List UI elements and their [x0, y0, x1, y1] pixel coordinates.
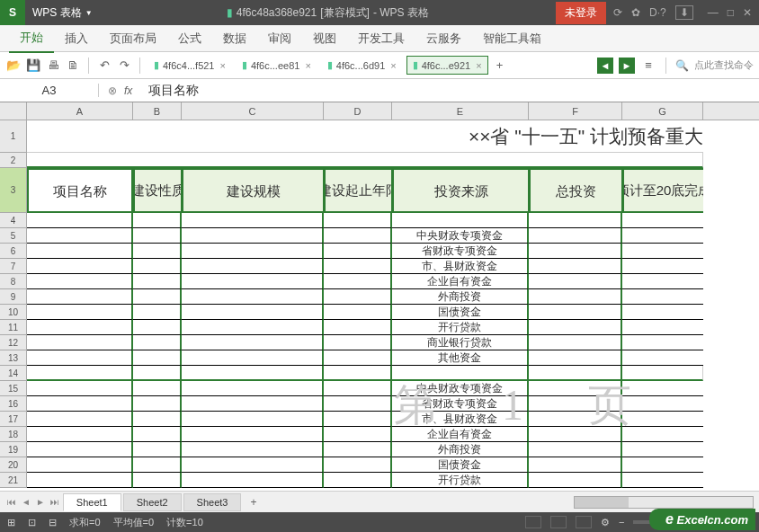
cell[interactable]: 市、县财政资金 [392, 412, 529, 427]
window-close-button[interactable]: ✕ [743, 6, 752, 19]
cell[interactable] [622, 427, 703, 442]
view-normal-button[interactable] [525, 516, 541, 528]
cell[interactable] [529, 289, 622, 305]
row-header[interactable]: 13 [0, 350, 27, 366]
cell[interactable] [133, 412, 182, 427]
cell[interactable] [27, 473, 133, 488]
cell[interactable] [133, 335, 182, 350]
cell[interactable] [182, 350, 324, 366]
cell[interactable] [324, 305, 392, 320]
cell[interactable] [622, 259, 703, 274]
cell[interactable] [622, 457, 703, 473]
cell[interactable] [27, 320, 133, 335]
col-header-A[interactable]: A [27, 102, 133, 120]
menu-data[interactable]: 数据 [212, 25, 257, 52]
formula-cancel-icon[interactable]: ⊗ [108, 84, 117, 97]
cell[interactable]: 企业自有资金 [392, 427, 529, 442]
cell[interactable] [324, 381, 392, 396]
row-header[interactable]: 15 [0, 381, 27, 396]
cell[interactable] [622, 274, 703, 289]
cell[interactable] [133, 320, 182, 335]
row-header[interactable]: 20 [0, 457, 27, 473]
horizontal-scrollbar[interactable] [574, 496, 754, 509]
search-input[interactable]: 点此查找命令 [694, 58, 754, 72]
doc-tab-1[interactable]: ▮4f6c4...f521× [147, 56, 232, 75]
add-tab-button[interactable]: + [492, 58, 508, 74]
cell[interactable] [529, 457, 622, 473]
col-header-B[interactable]: B [133, 102, 182, 120]
cell[interactable] [182, 473, 324, 488]
cell[interactable] [324, 213, 392, 228]
cell[interactable] [27, 457, 133, 473]
open-icon[interactable]: 📂 [5, 58, 22, 74]
cell[interactable] [622, 320, 703, 335]
select-all-corner[interactable] [0, 102, 27, 120]
gear-icon[interactable]: ✿ [631, 6, 640, 19]
cell[interactable] [182, 457, 324, 473]
menu-formula[interactable]: 公式 [167, 25, 212, 52]
cell[interactable]: 市、县财政资金 [392, 259, 529, 274]
view-pagebreak-button[interactable] [576, 516, 592, 528]
cell[interactable] [133, 259, 182, 274]
cell[interactable] [133, 473, 182, 488]
sheet-next-button[interactable]: ► [34, 497, 47, 507]
cell[interactable] [529, 473, 622, 488]
cell-reference-input[interactable]: A3 [0, 84, 99, 97]
cell[interactable] [182, 366, 324, 381]
cell[interactable] [133, 289, 182, 305]
close-icon[interactable]: × [390, 60, 396, 71]
cell[interactable] [622, 381, 703, 396]
list-icon[interactable]: ≡ [640, 58, 656, 74]
close-icon[interactable]: × [476, 60, 481, 71]
cell[interactable]: 开行贷款 [392, 473, 529, 488]
save-icon[interactable]: 💾 [25, 58, 41, 74]
row-header[interactable]: 3 [0, 168, 27, 213]
cell[interactable] [27, 396, 133, 412]
cell[interactable] [529, 274, 622, 289]
col-header-G[interactable]: G [622, 102, 703, 120]
spreadsheet-grid[interactable]: A B C D E F G 1 2 3 4 5 6 7 8 9 10 11 12… [0, 102, 759, 491]
view-pagelayout-button[interactable] [550, 516, 567, 528]
row-header[interactable]: 16 [0, 396, 27, 412]
cell[interactable] [529, 259, 622, 274]
cell[interactable]: 国债资金 [392, 305, 529, 320]
cell[interactable] [529, 350, 622, 366]
cell[interactable] [182, 305, 324, 320]
cell[interactable] [27, 244, 133, 259]
cell[interactable] [133, 274, 182, 289]
cell[interactable] [27, 366, 133, 381]
print-icon[interactable]: 🖶 [45, 58, 61, 74]
row-header[interactable]: 7 [0, 259, 27, 274]
cell[interactable] [182, 335, 324, 350]
cell[interactable] [182, 396, 324, 412]
cell[interactable] [324, 427, 392, 442]
cell[interactable] [27, 427, 133, 442]
cell[interactable] [27, 442, 133, 457]
cell[interactable]: 开行贷款 [392, 320, 529, 335]
doc-tab-2[interactable]: ▮4f6c...ee81× [236, 56, 317, 75]
menu-smarttools[interactable]: 智能工具箱 [472, 25, 552, 52]
cell[interactable] [622, 213, 703, 228]
cell[interactable] [182, 228, 324, 244]
cell[interactable] [324, 396, 392, 412]
cell[interactable] [324, 289, 392, 305]
cell[interactable] [622, 305, 703, 320]
cell[interactable] [529, 244, 622, 259]
cell[interactable] [622, 473, 703, 488]
cell[interactable] [529, 305, 622, 320]
cell[interactable] [529, 396, 622, 412]
cell[interactable] [324, 442, 392, 457]
row-header[interactable]: 18 [0, 427, 27, 442]
cell[interactable] [324, 350, 392, 366]
nav-prev-button[interactable]: ◄ [597, 58, 613, 74]
sync-icon[interactable]: ⟳ [613, 6, 622, 19]
row-header[interactable]: 19 [0, 442, 27, 457]
cell[interactable] [27, 350, 133, 366]
cell[interactable] [133, 381, 182, 396]
cell[interactable] [622, 366, 703, 381]
cell[interactable]: 中央财政专项资金 [392, 228, 529, 244]
cell[interactable] [182, 259, 324, 274]
cell[interactable]: 企业自有资金 [392, 274, 529, 289]
doc-tab-3[interactable]: ▮4f6c...6d91× [321, 56, 403, 75]
cell[interactable] [529, 427, 622, 442]
